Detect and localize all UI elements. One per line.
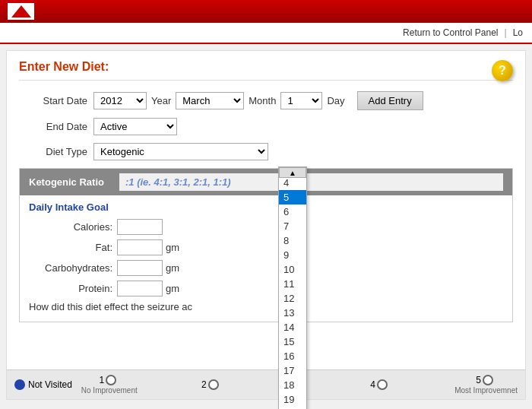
diet-section-body: Daily Intake Goal Calories: Fat: gm Carb…: [20, 195, 512, 322]
calories-row: Calories:: [29, 219, 503, 235]
not-visited-option[interactable]: Not Visited: [14, 379, 72, 390]
protein-label: Protein:: [29, 283, 112, 294]
diet-type-row: Diet Type Ketogenic Atkins Low GI: [19, 143, 513, 160]
rating-5-group: 5 Most Improvemnet: [454, 375, 518, 395]
protein-row: Protein: gm: [29, 281, 503, 296]
svg-marker-0: [11, 5, 31, 17]
nav-bar: Return to Control Panel | Lo: [0, 23, 532, 44]
protein-unit-label: gm: [166, 283, 179, 294]
end-date-row: End Date Active Inactive: [19, 118, 513, 135]
not-visited-label: Not Visited: [28, 379, 72, 390]
daily-intake-title: Daily Intake Goal: [29, 201, 503, 213]
rating-4-label: 4: [370, 379, 375, 390]
fat-row: Fat: gm: [29, 239, 503, 255]
rating-1-label: 1: [99, 375, 104, 385]
year-select[interactable]: 2012: [93, 92, 147, 109]
year-inline-label: Year: [151, 95, 171, 106]
carbohydrates-row: Carbohydrates: gm: [29, 260, 503, 276]
diet-section: Ketogenic Ratio :1 (ie. 4:1, 3:1, 2:1, 1…: [19, 168, 513, 322]
logout-link[interactable]: Lo: [513, 27, 523, 38]
dropdown-item-18[interactable]: 18: [279, 378, 306, 392]
dropdown-item-11[interactable]: 11: [279, 277, 306, 291]
dropdown-item-15[interactable]: 15: [279, 334, 306, 349]
start-date-row: Start Date 2012 Year January February Ma…: [19, 91, 513, 110]
diet-section-header: Ketogenic Ratio :1 (ie. 4:1, 3:1, 2:1, 1…: [20, 169, 512, 195]
seizure-text: How did this diet effect the seizure ac: [29, 301, 503, 312]
rating-2-radio[interactable]: [208, 379, 219, 390]
dropdown-item-6[interactable]: 6: [279, 204, 306, 219]
end-date-select[interactable]: Active Inactive: [93, 118, 177, 135]
diet-section-title: Ketogenic Ratio: [29, 176, 104, 188]
page-title: Enter New Diet:: [19, 60, 513, 81]
rating-1-group: 1 No Improvement: [81, 375, 138, 395]
fat-unit-label: gm: [166, 242, 179, 253]
diet-type-select[interactable]: Ketogenic Atkins Low GI: [93, 143, 268, 160]
dropdown-item-8[interactable]: 8: [279, 233, 306, 248]
main-content: Enter New Diet: ? Start Date 2012 Year J…: [6, 50, 526, 400]
not-visited-radio[interactable]: [14, 379, 25, 390]
rating-4-radio[interactable]: [377, 379, 388, 390]
day-dropdown-overlay: ▲ 1234567891011121314151617181920 ▼: [278, 166, 307, 409]
top-bar: [0, 0, 532, 23]
calories-label: Calories:: [29, 221, 112, 233]
most-improvement-label: Most Improvemnet: [454, 386, 518, 395]
day-inline-label: Day: [327, 95, 344, 106]
rating-2-group: 2: [201, 379, 222, 390]
end-date-label: End Date: [19, 121, 87, 132]
dropdown-item-4[interactable]: 4: [279, 178, 306, 190]
fat-input[interactable]: [117, 239, 163, 255]
dropdown-list: 1234567891011121314151617181920: [279, 178, 306, 409]
start-date-label: Start Date: [19, 95, 87, 106]
ratio-hint: :1 (ie. 4:1, 3:1, 2:1, 1:1): [119, 173, 503, 191]
fat-label: Fat:: [29, 242, 112, 253]
help-icon[interactable]: ?: [492, 60, 513, 81]
dropdown-item-14[interactable]: 14: [279, 320, 306, 334]
logo-icon: [10, 4, 33, 19]
month-inline-label: Month: [249, 95, 276, 106]
calories-input[interactable]: [117, 219, 163, 235]
return-control-panel-link[interactable]: Return to Control Panel: [403, 27, 498, 38]
diet-type-label: Diet Type: [19, 146, 87, 157]
carbohydrates-input[interactable]: [117, 260, 163, 276]
dropdown-item-12[interactable]: 12: [279, 291, 306, 306]
dropdown-item-10[interactable]: 10: [279, 262, 306, 277]
carbohydrates-unit-label: gm: [166, 262, 179, 274]
dropdown-item-7[interactable]: 7: [279, 219, 306, 233]
rating-4-group: 4: [370, 379, 391, 390]
dropdown-item-19[interactable]: 19: [279, 392, 306, 407]
dropdown-scroll-up[interactable]: ▲: [279, 167, 306, 178]
protein-input[interactable]: [117, 281, 163, 296]
rating-1-radio[interactable]: [106, 375, 116, 385]
dropdown-item-13[interactable]: 13: [279, 306, 306, 320]
dropdown-item-16[interactable]: 16: [279, 349, 306, 363]
dropdown-item-9[interactable]: 9: [279, 248, 306, 262]
rating-2-label: 2: [201, 379, 207, 390]
rating-5-radio[interactable]: [483, 375, 493, 385]
rating-row: Not Visited 1 No Improvement 2 3: [7, 369, 525, 399]
rating-5-label: 5: [476, 375, 481, 385]
month-select[interactable]: January February March April May June Ju…: [176, 92, 244, 109]
nav-divider: |: [505, 27, 507, 38]
dropdown-item-17[interactable]: 17: [279, 363, 306, 378]
add-entry-button[interactable]: Add Entry: [357, 91, 423, 110]
dropdown-item-5[interactable]: 5: [279, 190, 306, 204]
no-improvement-label: No Improvement: [81, 386, 138, 395]
carbohydrates-label: Carbohydrates:: [29, 262, 112, 274]
day-select[interactable]: 1: [280, 92, 322, 109]
